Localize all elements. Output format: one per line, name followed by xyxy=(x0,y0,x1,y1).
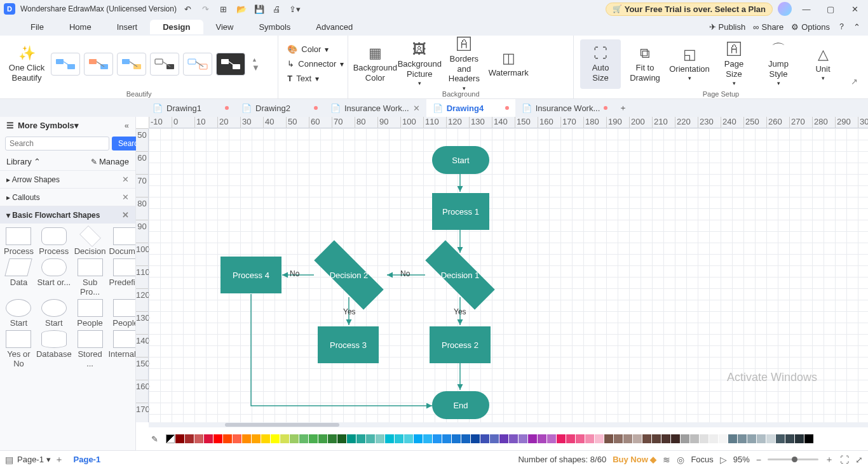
close-icon[interactable]: ✕ xyxy=(845,0,864,18)
color-swatch[interactable] xyxy=(194,434,203,443)
color-swatch[interactable] xyxy=(309,434,318,443)
color-swatch[interactable] xyxy=(490,434,499,443)
color-swatch[interactable] xyxy=(671,434,680,443)
avatar[interactable] xyxy=(778,2,792,16)
eyedropper-icon[interactable]: ✎ xyxy=(151,434,163,444)
color-swatch[interactable] xyxy=(633,434,642,443)
color-swatch[interactable] xyxy=(452,434,461,443)
background-picture-button[interactable]: 🖼Background Picture▾ xyxy=(399,39,440,89)
bw-swatch[interactable] xyxy=(166,434,175,443)
color-swatch[interactable] xyxy=(414,434,423,443)
doc-tab[interactable]: 📄Insurance Work... xyxy=(515,99,614,117)
color-swatch[interactable] xyxy=(356,434,365,443)
flow-decision-2[interactable]: Decision 2 xyxy=(314,253,384,297)
export-icon[interactable]: ⇪▾ xyxy=(288,3,301,15)
color-swatch[interactable] xyxy=(376,434,384,443)
zoom-out-icon[interactable]: − xyxy=(756,455,761,465)
color-swatch[interactable] xyxy=(547,434,556,443)
color-swatch[interactable] xyxy=(423,434,432,443)
color-swatch[interactable] xyxy=(328,434,337,443)
color-swatch[interactable] xyxy=(595,434,604,443)
color-swatch[interactable] xyxy=(299,434,308,443)
color-swatch[interactable] xyxy=(252,434,261,443)
zoom-in-icon[interactable]: ＋ xyxy=(825,454,834,465)
open-icon[interactable]: 📂 xyxy=(235,3,248,15)
page-dropdown[interactable]: Page-1 ▾ xyxy=(17,455,51,464)
color-swatch[interactable] xyxy=(585,434,594,443)
page-setup-launcher-icon[interactable]: ↗ xyxy=(847,74,862,89)
minimize-icon[interactable]: — xyxy=(797,0,816,18)
color-swatch[interactable] xyxy=(271,434,280,443)
sidebar-collapse-icon[interactable]: « xyxy=(125,121,129,130)
shape-item[interactable]: Process xyxy=(4,227,34,256)
theme-option-5[interactable] xyxy=(183,53,212,76)
color-swatch[interactable] xyxy=(785,434,794,443)
connector-dropdown[interactable]: ↳Connector ▾ xyxy=(285,58,346,70)
zoom-slider[interactable] xyxy=(768,458,818,460)
color-swatch[interactable] xyxy=(509,434,518,443)
color-swatch[interactable] xyxy=(261,434,270,443)
category-close-icon[interactable]: ✕ xyxy=(122,175,129,184)
watermark-button[interactable]: ◫Watermark xyxy=(488,39,529,89)
color-swatch[interactable] xyxy=(614,434,623,443)
color-dropdown[interactable]: 🎨Color ▾ xyxy=(285,43,346,55)
page-size-button[interactable]: 🄰Page Size▾ xyxy=(714,39,754,89)
shape-item[interactable]: Start xyxy=(4,299,34,328)
color-swatch[interactable] xyxy=(681,434,689,443)
color-swatch[interactable] xyxy=(214,434,222,443)
hscroll-thumb[interactable] xyxy=(225,423,339,427)
color-swatch[interactable] xyxy=(223,434,232,443)
menu-advanced[interactable]: Advanced xyxy=(303,20,365,34)
page-tab-active[interactable]: Page-1 xyxy=(70,455,105,464)
color-swatch[interactable] xyxy=(747,434,756,443)
color-swatch[interactable] xyxy=(757,434,766,443)
color-swatch[interactable] xyxy=(337,434,346,443)
borders-headers-button[interactable]: 🄰Borders and Headers▾ xyxy=(444,39,484,89)
color-swatch[interactable] xyxy=(766,434,775,443)
redo-icon[interactable]: ↷ xyxy=(200,3,212,15)
color-swatch[interactable] xyxy=(700,434,709,443)
buy-now-link[interactable]: Buy Now ◆ xyxy=(613,455,656,464)
focus-target-icon[interactable]: ◎ xyxy=(677,455,684,465)
manage-button[interactable]: ✎ Manage xyxy=(91,157,129,166)
color-swatch[interactable] xyxy=(566,434,575,443)
color-swatch[interactable] xyxy=(347,434,356,443)
unit-button[interactable]: △Unit▾ xyxy=(803,39,843,89)
color-swatch[interactable] xyxy=(814,434,823,443)
color-swatch[interactable] xyxy=(499,434,508,443)
color-swatch[interactable] xyxy=(480,434,489,443)
color-swatch[interactable] xyxy=(395,434,403,443)
color-swatch[interactable] xyxy=(557,434,566,443)
theme-option-6[interactable] xyxy=(216,53,245,76)
shape-item[interactable]: People xyxy=(74,299,106,328)
flow-process-2[interactable]: Process 2 xyxy=(430,326,491,363)
help-icon[interactable]: ？ xyxy=(837,21,846,32)
flow-process-3[interactable]: Process 3 xyxy=(318,326,379,363)
color-swatch[interactable] xyxy=(652,434,661,443)
color-swatch[interactable] xyxy=(728,434,737,443)
category-item[interactable]: ▾ Basic Flowchart Shapes✕ xyxy=(0,206,135,224)
share-button[interactable]: ∞ Share xyxy=(753,22,783,32)
color-swatch[interactable] xyxy=(528,434,537,443)
color-swatch[interactable] xyxy=(404,434,413,443)
color-swatch[interactable] xyxy=(642,434,651,443)
color-swatch[interactable] xyxy=(204,434,213,443)
trial-banner[interactable]: 🛒 Your Free Trial is over. Select a Plan xyxy=(606,3,773,16)
shape-item[interactable]: Sub Pro... xyxy=(74,258,106,297)
shape-item[interactable]: Stored ... xyxy=(74,330,106,368)
color-swatch[interactable] xyxy=(290,434,299,443)
color-swatch[interactable] xyxy=(519,434,527,443)
category-item[interactable]: ▸ Callouts✕ xyxy=(0,188,135,206)
text-dropdown[interactable]: TText ▾ xyxy=(285,72,346,84)
add-page-icon[interactable]: ＋ xyxy=(55,454,64,465)
color-swatch[interactable] xyxy=(366,434,375,443)
theme-option-2[interactable] xyxy=(84,53,113,76)
menu-symbols[interactable]: Symbols xyxy=(246,20,303,34)
color-swatch[interactable] xyxy=(318,434,327,443)
new-tab-button[interactable]: ＋ xyxy=(614,102,632,114)
collapse-ribbon-icon[interactable]: ⌃ xyxy=(853,22,860,32)
options-button[interactable]: ⚙ Options xyxy=(791,22,830,32)
shape-item[interactable]: Start xyxy=(36,299,72,328)
ruler-horizontal[interactable]: -100102030405060708090100110120130140150… xyxy=(149,117,868,128)
menu-file[interactable]: File xyxy=(18,20,57,34)
